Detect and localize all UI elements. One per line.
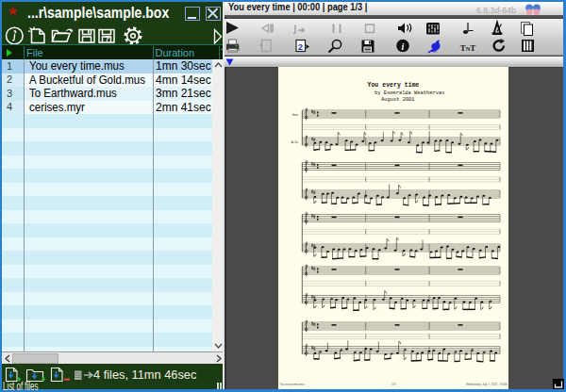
svg-text:by Esmeralda Weathervax: by Esmeralda Weathervax xyxy=(375,90,444,96)
svg-text:You every time.mus: You every time.mus xyxy=(280,383,306,386)
svg-text:Harm: Harm xyxy=(292,113,298,117)
svg-text:1/3: 1/3 xyxy=(391,383,396,386)
svg-text:Wednesday, July 7, 2021 - 9:05: Wednesday, July 7, 2021 - 9:05d xyxy=(466,383,508,386)
svg-text:2: 2 xyxy=(298,41,303,51)
svg-text:Ac.Gu: Ac.Gu xyxy=(291,140,299,144)
svg-text:August 2001: August 2001 xyxy=(381,97,415,103)
svg-text:You every time: You every time xyxy=(367,82,419,89)
svg-text:TNT: TNT xyxy=(460,42,476,52)
svg-text:i: i xyxy=(402,41,405,52)
svg-text:?: ? xyxy=(105,34,110,43)
